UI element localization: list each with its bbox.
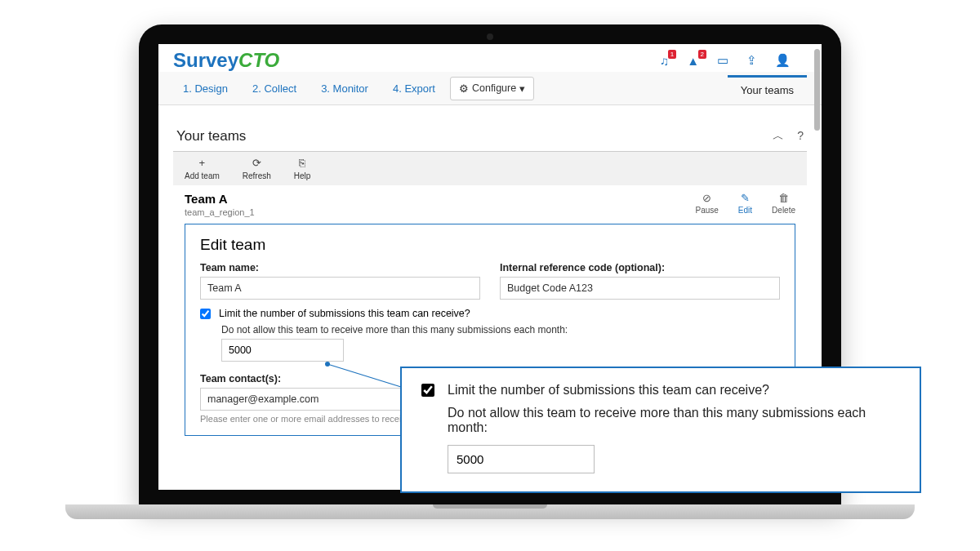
trash-icon: 🗑 [778, 192, 789, 204]
pause-icon: ⊘ [702, 192, 711, 204]
ref-code-label: Internal reference code (optional): [500, 262, 780, 273]
help-tool-icon: ⎘ [299, 157, 305, 169]
callout-checkbox[interactable] [421, 384, 434, 397]
limit-checkbox[interactable] [200, 309, 211, 319]
nav-configure[interactable]: ⚙ Configure ▾ [450, 77, 534, 100]
edit-button[interactable]: ✎ Edit [738, 192, 752, 215]
plus-icon: + [199, 157, 206, 169]
navbar: 1. Design 2. Collect 3. Monitor 4. Expor… [158, 72, 822, 105]
header: SurveyCTO ♫1 ▲2 ▭ ⇪ 👤 [158, 44, 822, 72]
add-team-button[interactable]: + Add team [185, 157, 220, 180]
nav-export[interactable]: 4. Export [383, 76, 445, 101]
tab-your-teams[interactable]: Your teams [728, 75, 807, 101]
user-icon[interactable]: 👤 [775, 53, 791, 68]
nav-monitor[interactable]: 3. Monitor [311, 76, 378, 101]
delete-button[interactable]: 🗑 Delete [772, 192, 795, 215]
share-icon[interactable]: ⇪ [746, 53, 757, 68]
edit-heading: Edit team [200, 236, 780, 254]
team-name: Team A [185, 192, 255, 206]
refresh-label: Refresh [243, 171, 271, 180]
edit-label: Edit [738, 206, 752, 215]
callout-desc: Do not allow this team to receive more t… [421, 406, 900, 435]
header-icons: ♫1 ▲2 ▭ ⇪ 👤 [660, 53, 807, 68]
delete-label: Delete [772, 206, 795, 215]
callout-limit-input[interactable] [448, 445, 595, 473]
toolbar: + Add team ⟳ Refresh ⎘ Help [173, 152, 807, 185]
panel-header: Your teams ︿ ? [173, 122, 807, 152]
pause-label: Pause [696, 206, 719, 215]
logo: SurveyCTO [173, 49, 279, 72]
badge-2: 2 [698, 50, 706, 59]
limit-desc: Do not allow this team to receive more t… [221, 324, 780, 335]
nav-collect[interactable]: 2. Collect [243, 76, 306, 101]
refresh-icon: ⟳ [252, 157, 261, 169]
nav-configure-label: Configure [472, 82, 516, 94]
scrollbar-thumb[interactable] [814, 49, 820, 131]
refresh-button[interactable]: ⟳ Refresh [243, 157, 271, 180]
headset-icon[interactable]: ♫1 [660, 54, 669, 68]
panel-title: Your teams [176, 128, 246, 144]
edit-icon: ✎ [741, 192, 750, 204]
help-label: Help [294, 171, 311, 180]
limit-input[interactable] [221, 339, 344, 362]
laptop-base [65, 504, 915, 519]
logo-part1: Survey [173, 49, 238, 71]
callout-box: Limit the number of submissions this tea… [400, 367, 921, 493]
team-name-label: Team name: [200, 262, 480, 273]
camera-dot [487, 33, 493, 40]
nav-design[interactable]: 1. Design [173, 76, 238, 101]
callout-check-label: Limit the number of submissions this tea… [448, 383, 769, 398]
alert-icon[interactable]: ▲2 [687, 54, 699, 68]
team-id: team_a_region_1 [185, 207, 255, 217]
team-actions: ⊘ Pause ✎ Edit 🗑 Delete [696, 192, 796, 215]
help-button[interactable]: ⎘ Help [294, 157, 311, 180]
team-row: Team A team_a_region_1 ⊘ Pause ✎ Edit [173, 185, 807, 219]
pause-button[interactable]: ⊘ Pause [696, 192, 719, 215]
collapse-icon[interactable]: ︿ [773, 129, 784, 144]
card-icon[interactable]: ▭ [717, 53, 728, 68]
help-icon[interactable]: ? [797, 129, 804, 144]
gear-icon: ⚙ [459, 82, 469, 95]
team-name-input[interactable] [200, 277, 480, 300]
logo-part2: CTO [238, 49, 279, 71]
ref-code-input[interactable] [500, 277, 780, 300]
badge-1: 1 [668, 50, 676, 59]
limit-check-label: Limit the number of submissions this tea… [219, 308, 470, 319]
add-team-label: Add team [185, 171, 220, 180]
caret-down-icon: ▾ [519, 82, 525, 95]
